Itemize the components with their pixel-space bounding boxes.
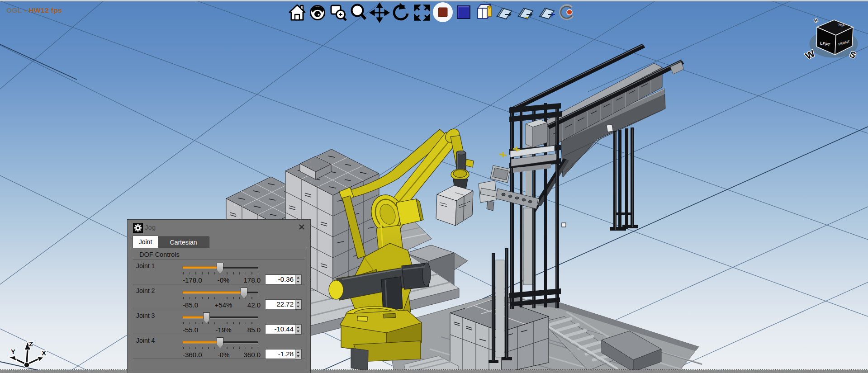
svg-text:X: X xyxy=(42,349,46,357)
svg-text:Y: Y xyxy=(11,348,15,355)
svg-text:Z: Z xyxy=(29,340,33,348)
